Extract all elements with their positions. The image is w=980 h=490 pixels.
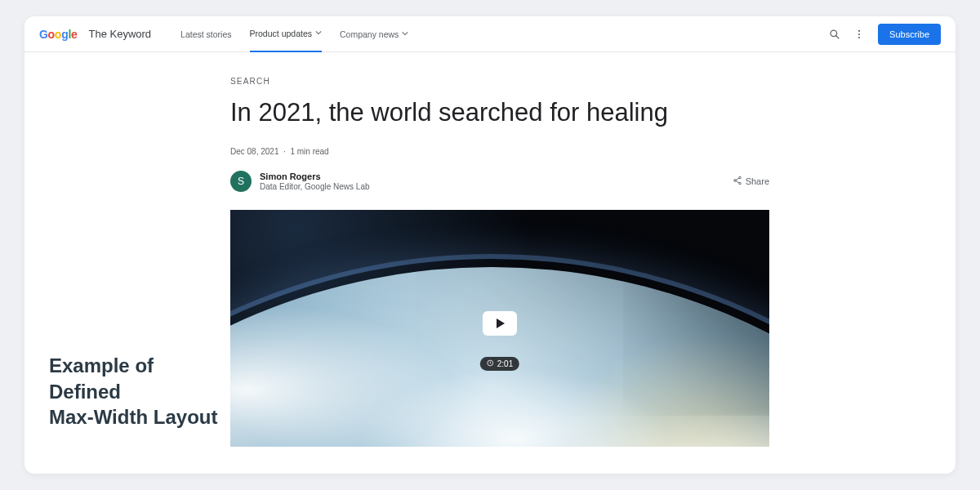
caption-line: Example of	[49, 353, 217, 379]
google-logo[interactable]: G o o g l e	[39, 28, 77, 41]
play-button[interactable]	[483, 311, 517, 336]
svg-point-3	[858, 33, 860, 34]
video-duration: 2:01	[497, 359, 513, 368]
nav-label: Product updates	[250, 29, 312, 38]
article-date: Dec 08, 2021	[230, 147, 279, 156]
svg-point-7	[738, 182, 741, 185]
subscribe-button[interactable]: Subscribe	[878, 24, 941, 45]
article-read-time: 1 min read	[290, 147, 328, 156]
svg-line-9	[736, 181, 739, 183]
clock-icon	[487, 359, 494, 368]
logo-letter: o	[48, 28, 55, 41]
more-icon[interactable]	[852, 27, 866, 42]
svg-point-0	[831, 30, 837, 37]
article-meta: Dec 08, 2021 · 1 min read	[230, 147, 769, 156]
primary-nav: Latest stories Product updates Company n…	[180, 16, 408, 52]
article: SEARCH In 2021, the world searched for h…	[230, 52, 769, 447]
logo-letter: G	[39, 28, 48, 41]
svg-point-5	[738, 176, 741, 179]
logo-letter: g	[61, 28, 68, 41]
byline: S Simon Rogers Data Editor, Google News …	[230, 171, 769, 192]
site-title[interactable]: The Keyword	[88, 28, 151, 40]
share-label: Share	[746, 176, 769, 186]
author-avatar[interactable]: S	[230, 171, 252, 192]
nav-company-news[interactable]: Company news	[340, 16, 408, 52]
nav-product-updates[interactable]: Product updates	[250, 16, 322, 52]
caption-line: Defined	[49, 379, 217, 405]
hero-video[interactable]: 2:01	[230, 210, 769, 447]
video-duration-badge: 2:01	[480, 357, 519, 371]
nav-label: Company news	[340, 29, 399, 39]
svg-point-2	[858, 29, 860, 31]
author-name: Simon Rogers	[260, 172, 370, 181]
svg-line-8	[736, 178, 739, 180]
search-icon[interactable]	[827, 27, 842, 42]
nav-latest-stories[interactable]: Latest stories	[180, 16, 231, 52]
example-caption: Example of Defined Max-Width Layout	[49, 353, 217, 430]
logo-letter: e	[71, 28, 78, 41]
caption-line: Max-Width Layout	[49, 404, 217, 430]
nav-label: Latest stories	[180, 29, 231, 39]
article-title: In 2021, the world searched for healing	[230, 97, 769, 127]
author-role: Data Editor, Google News Lab	[260, 182, 370, 191]
chevron-down-icon	[315, 29, 322, 38]
share-icon	[733, 176, 742, 187]
svg-point-6	[733, 180, 736, 182]
svg-point-4	[858, 37, 860, 38]
article-category[interactable]: SEARCH	[230, 77, 769, 86]
share-button[interactable]: Share	[733, 176, 769, 187]
logo-letter: o	[55, 28, 61, 41]
site-header: G o o g l e The Keyword Latest stories P…	[24, 16, 956, 52]
svg-line-1	[836, 35, 840, 38]
chevron-down-icon	[402, 30, 408, 38]
author-block: Simon Rogers Data Editor, Google News La…	[260, 172, 370, 191]
